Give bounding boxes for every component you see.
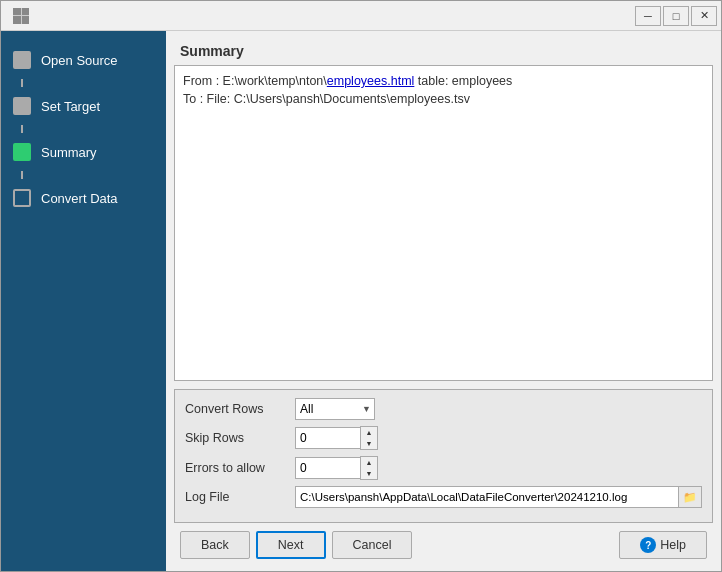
sidebar-item-convert-data[interactable]: Convert Data: [1, 179, 166, 217]
summary-from-suffix: table: employees: [414, 74, 512, 88]
title-bar-controls: ─ □ ✕: [635, 6, 717, 26]
sidebar-label-open-source: Open Source: [41, 53, 118, 68]
step-indicator-summary: [13, 143, 31, 161]
sidebar: Open Source Set Target Summary Convert D…: [1, 31, 166, 571]
summary-to-line: To : File: C:\Users\pansh\Documents\empl…: [183, 92, 704, 106]
panel-title: Summary: [174, 39, 713, 65]
summary-box: From : E:\work\temp\nton\employees.html …: [174, 65, 713, 381]
convert-rows-select[interactable]: All First N Custom: [295, 398, 375, 420]
log-file-input-row: 📁: [295, 486, 702, 508]
errors-spinner: ▲ ▼: [295, 456, 378, 480]
step-indicator-open-source: [13, 51, 31, 69]
summary-from-prefix: From : E:\work\temp\nton\: [183, 74, 327, 88]
skip-rows-down-btn[interactable]: ▼: [361, 438, 377, 449]
summary-from-link: employees.html: [327, 74, 415, 88]
skip-rows-row: Skip Rows ▲ ▼: [185, 426, 702, 450]
step-indicator-convert-data: [13, 189, 31, 207]
connector-2: [21, 125, 23, 133]
cancel-button[interactable]: Cancel: [332, 531, 413, 559]
log-file-row: Log File 📁: [185, 486, 702, 508]
connector-3: [21, 171, 23, 179]
step-indicator-set-target: [13, 97, 31, 115]
errors-up-btn[interactable]: ▲: [361, 457, 377, 468]
skip-rows-label: Skip Rows: [185, 431, 295, 445]
title-bar: ─ □ ✕: [1, 1, 721, 31]
button-row: Back Next Cancel ? Help: [174, 523, 713, 563]
errors-input[interactable]: [295, 457, 360, 479]
summary-from-line: From : E:\work\temp\nton\employees.html …: [183, 74, 704, 88]
log-file-input[interactable]: [295, 486, 678, 508]
app-icon: [13, 8, 29, 24]
bottom-form: Convert Rows All First N Custom Skip Row…: [174, 389, 713, 523]
skip-rows-input[interactable]: [295, 427, 360, 449]
maximize-button[interactable]: □: [663, 6, 689, 26]
connector-1: [21, 79, 23, 87]
log-file-browse-button[interactable]: 📁: [678, 486, 702, 508]
folder-icon: 📁: [683, 491, 697, 504]
help-label: Help: [660, 538, 686, 552]
content-area: Open Source Set Target Summary Convert D…: [1, 31, 721, 571]
log-file-label: Log File: [185, 490, 295, 504]
sidebar-label-summary: Summary: [41, 145, 97, 160]
errors-down-btn[interactable]: ▼: [361, 468, 377, 479]
skip-rows-up-btn[interactable]: ▲: [361, 427, 377, 438]
next-button[interactable]: Next: [256, 531, 326, 559]
convert-rows-row: Convert Rows All First N Custom: [185, 398, 702, 420]
minimize-button[interactable]: ─: [635, 6, 661, 26]
errors-row: Errors to allow ▲ ▼: [185, 456, 702, 480]
back-button[interactable]: Back: [180, 531, 250, 559]
convert-rows-select-wrapper: All First N Custom: [295, 398, 375, 420]
errors-label: Errors to allow: [185, 461, 295, 475]
main-window: ─ □ ✕ Open Source Set Target Summary: [0, 0, 722, 572]
title-bar-left: [5, 8, 635, 24]
sidebar-item-open-source[interactable]: Open Source: [1, 41, 166, 79]
help-button[interactable]: ? Help: [619, 531, 707, 559]
errors-spinner-btns: ▲ ▼: [360, 456, 378, 480]
sidebar-label-convert-data: Convert Data: [41, 191, 118, 206]
sidebar-label-set-target: Set Target: [41, 99, 100, 114]
convert-rows-label: Convert Rows: [185, 402, 295, 416]
skip-rows-spinner: ▲ ▼: [295, 426, 378, 450]
sidebar-item-set-target[interactable]: Set Target: [1, 87, 166, 125]
main-panel: Summary From : E:\work\temp\nton\employe…: [166, 31, 721, 571]
help-icon: ?: [640, 537, 656, 553]
sidebar-item-summary[interactable]: Summary: [1, 133, 166, 171]
skip-rows-spinner-btns: ▲ ▼: [360, 426, 378, 450]
close-button[interactable]: ✕: [691, 6, 717, 26]
